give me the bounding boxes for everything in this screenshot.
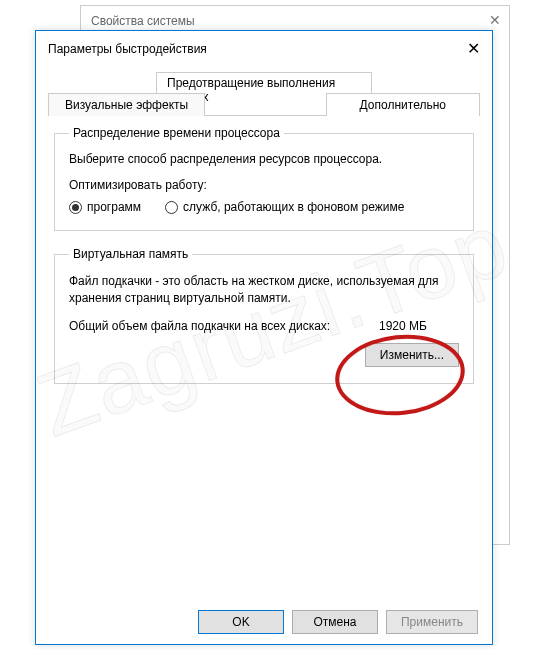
dialog-buttons: OK Отмена Применить [198,610,478,634]
radio-row: программ служб, работающих в фоновом реж… [69,200,459,214]
radio-programs-label: программ [87,200,141,214]
radio-services-label: служб, работающих в фоновом режиме [183,200,404,214]
vm-total-label: Общий объем файла подкачки на всех диска… [69,319,369,333]
group-cpu-scheduling: Распределение времени процессора Выберит… [54,126,474,231]
performance-options-dialog: Параметры быстродействия ✕ Предотвращени… [35,30,493,645]
group-virtual-memory: Виртуальная память Файл подкачки - это о… [54,247,474,384]
tab-advanced[interactable]: Дополнительно [326,93,480,116]
close-icon[interactable]: ✕ [467,39,480,58]
vm-desc: Файл подкачки - это область на жестком д… [69,273,459,307]
titlebar: Параметры быстродействия ✕ [36,31,492,66]
apply-button[interactable]: Применить [386,610,478,634]
radio-programs[interactable]: программ [69,200,141,214]
tabs: Предотвращение выполнения данных Визуаль… [48,72,480,116]
tab-visual-effects[interactable]: Визуальные эффекты [48,93,205,116]
vm-change-wrap: Изменить... [69,343,459,367]
cancel-button[interactable]: Отмена [292,610,378,634]
background-close-icon[interactable]: ✕ [489,12,501,28]
dialog-title: Параметры быстродействия [48,42,207,56]
radio-icon-unchecked [165,201,178,214]
vm-total-row: Общий объем файла подкачки на всех диска… [69,319,459,333]
optimize-label: Оптимизировать работу: [69,178,459,192]
change-button[interactable]: Изменить... [365,343,459,367]
radio-services[interactable]: служб, работающих в фоновом режиме [165,200,404,214]
vm-total-value: 1920 МБ [369,319,459,333]
radio-icon-checked [69,201,82,214]
ok-button[interactable]: OK [198,610,284,634]
group-vm-legend: Виртуальная память [69,247,192,261]
dialog-content: Распределение времени процессора Выберит… [36,116,492,410]
group-cpu-legend: Распределение времени процессора [69,126,284,140]
cpu-desc: Выберите способ распределения ресурсов п… [69,152,459,166]
